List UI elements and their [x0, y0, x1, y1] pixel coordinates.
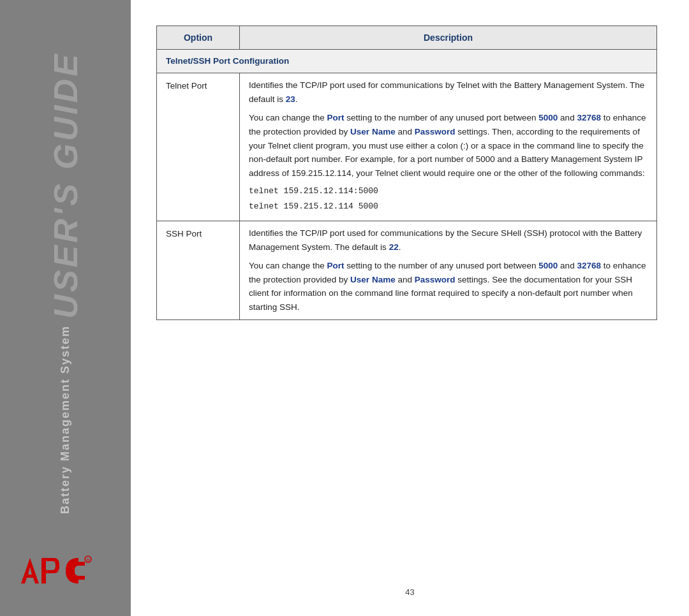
- sidebar-text-area: USER'S GUIDE Battery Management System: [49, 13, 82, 553]
- apc-logo-icon: R: [21, 553, 110, 588]
- svg-text:R: R: [86, 558, 89, 562]
- ssh-port-min: 5000: [538, 261, 558, 270]
- ssh-para-2: You can change the Port setting to the n…: [249, 259, 648, 314]
- sidebar: USER'S GUIDE Battery Management System R: [0, 0, 131, 616]
- ssh-password-label: Password: [415, 275, 456, 284]
- col-option-header: Option: [157, 26, 240, 50]
- doc-table: Option Description Telnet/SSH Port Confi…: [156, 26, 657, 320]
- user-name-label: User Name: [350, 127, 396, 136]
- option-cell-ssh: SSH Port: [157, 221, 240, 320]
- password-label: Password: [415, 127, 456, 136]
- svg-rect-2: [41, 558, 46, 583]
- telnet-code-block: telnet 159.215.12.114:5000 telnet 159.21…: [249, 185, 648, 214]
- table-header-row: Option Description: [157, 26, 657, 50]
- desc-cell-ssh: Identifies the TCP/IP port used for comm…: [240, 221, 657, 320]
- ssh-port-label: Port: [327, 261, 344, 270]
- col-description-header: Description: [240, 26, 657, 50]
- main-content: Option Description Telnet/SSH Port Confi…: [131, 0, 689, 616]
- sidebar-title: USER'S GUIDE: [49, 52, 82, 319]
- telnet-default-port: 23: [286, 94, 295, 104]
- sidebar-subtitle: Battery Management System: [59, 325, 72, 514]
- ssh-para-1: Identifies the TCP/IP port used for comm…: [249, 226, 648, 254]
- telnet-para-2: You can change the Port setting to the n…: [249, 111, 648, 180]
- desc-cell-telnet: Identifies the TCP/IP port used for comm…: [240, 73, 657, 221]
- apc-logo-area: R: [21, 553, 110, 590]
- ssh-user-name-label: User Name: [350, 275, 396, 284]
- page-number: 43: [405, 587, 414, 597]
- port-min: 5000: [538, 113, 558, 122]
- port-max: 32768: [577, 113, 601, 122]
- section-header-row: Telnet/SSH Port Configuration: [157, 50, 657, 73]
- table-row: Telnet Port Identifies the TCP/IP port u…: [157, 73, 657, 221]
- option-cell-telnet: Telnet Port: [157, 73, 240, 221]
- telnet-para-1: Identifies the TCP/IP port used for comm…: [249, 78, 648, 106]
- telnet-code-line-2: telnet 159.215.12.114 5000: [249, 200, 648, 214]
- telnet-code-line-1: telnet 159.215.12.114:5000: [249, 185, 648, 198]
- ssh-port-max: 32768: [577, 261, 601, 270]
- ssh-default-port: 22: [389, 242, 399, 252]
- table-row: SSH Port Identifies the TCP/IP port used…: [157, 221, 657, 320]
- section-header-cell: Telnet/SSH Port Configuration: [157, 50, 657, 73]
- port-label: Port: [327, 113, 344, 122]
